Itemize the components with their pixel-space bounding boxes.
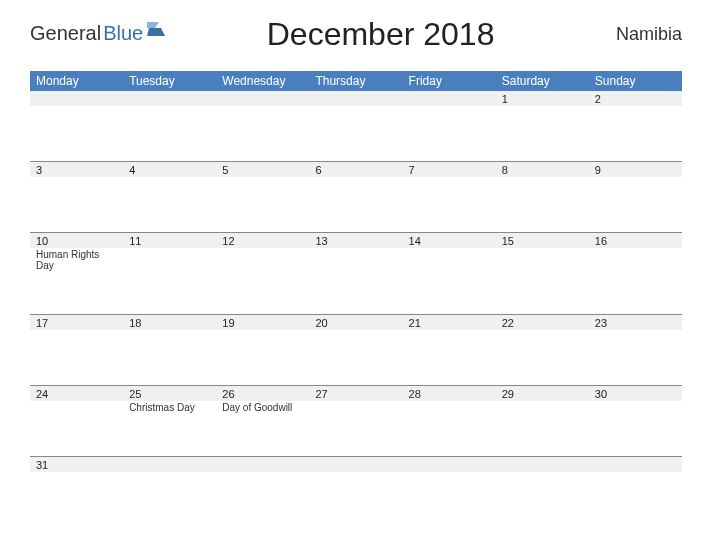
day-header: Tuesday — [123, 71, 216, 91]
day-event — [403, 177, 496, 189]
day-event — [123, 177, 216, 189]
day-event: Day of Goodwill — [216, 401, 309, 413]
day-header: Friday — [403, 71, 496, 91]
day-event — [216, 177, 309, 189]
day-cell: 31 — [30, 457, 123, 484]
day-number: 26 — [216, 386, 309, 401]
day-cell: 1 — [496, 91, 589, 118]
week-body — [30, 342, 682, 385]
day-cell — [589, 457, 682, 484]
day-number: 30 — [589, 386, 682, 401]
day-number — [216, 91, 309, 106]
day-cell: 8 — [496, 162, 589, 189]
day-number — [30, 91, 123, 106]
day-cell: 16 — [589, 233, 682, 271]
week-body — [30, 189, 682, 232]
day-number: 4 — [123, 162, 216, 177]
day-event — [403, 472, 496, 484]
day-number: 24 — [30, 386, 123, 401]
day-number: 15 — [496, 233, 589, 248]
logo: GeneralBlue — [30, 22, 169, 45]
day-number: 3 — [30, 162, 123, 177]
day-cell: 11 — [123, 233, 216, 271]
day-header: Wednesday — [216, 71, 309, 91]
day-cell — [123, 91, 216, 118]
day-event — [496, 330, 589, 342]
day-event — [123, 472, 216, 484]
day-cell: 9 — [589, 162, 682, 189]
day-cell: 13 — [309, 233, 402, 271]
week-body — [30, 484, 682, 527]
day-number — [123, 457, 216, 472]
day-cell — [309, 91, 402, 118]
day-event — [496, 177, 589, 189]
day-cell: 21 — [403, 315, 496, 342]
day-event — [589, 330, 682, 342]
day-event — [496, 472, 589, 484]
day-event — [216, 248, 309, 260]
week-row: 10Human Rights Day111213141516 — [30, 232, 682, 314]
day-number: 5 — [216, 162, 309, 177]
day-event — [496, 106, 589, 118]
page-title: December 2018 — [169, 16, 592, 53]
day-event — [216, 330, 309, 342]
day-event — [30, 330, 123, 342]
day-number: 23 — [589, 315, 682, 330]
day-number — [216, 457, 309, 472]
day-event — [123, 248, 216, 260]
day-event — [589, 106, 682, 118]
day-event — [589, 401, 682, 413]
day-event: Christmas Day — [123, 401, 216, 413]
day-cell — [309, 457, 402, 484]
day-event — [309, 248, 402, 260]
week-row: 12 — [30, 91, 682, 161]
day-cell — [216, 457, 309, 484]
day-event — [403, 401, 496, 413]
day-cell: 18 — [123, 315, 216, 342]
day-event — [403, 106, 496, 118]
week-num-band: 12 — [30, 91, 682, 118]
day-number: 19 — [216, 315, 309, 330]
day-number — [589, 457, 682, 472]
day-event — [30, 472, 123, 484]
day-cell: 4 — [123, 162, 216, 189]
day-event — [403, 330, 496, 342]
day-cell — [496, 457, 589, 484]
day-event — [123, 330, 216, 342]
week-body — [30, 118, 682, 161]
calendar: Monday Tuesday Wednesday Thursday Friday… — [30, 71, 682, 527]
day-cell: 19 — [216, 315, 309, 342]
day-cell: 30 — [589, 386, 682, 413]
day-number: 28 — [403, 386, 496, 401]
day-number: 7 — [403, 162, 496, 177]
day-event — [496, 401, 589, 413]
day-event — [589, 472, 682, 484]
day-number: 29 — [496, 386, 589, 401]
day-event — [403, 248, 496, 260]
logo-text-general: General — [30, 22, 101, 45]
week-num-band: 3456789 — [30, 161, 682, 189]
week-row: 3456789 — [30, 161, 682, 232]
day-event — [496, 248, 589, 260]
day-cell: 15 — [496, 233, 589, 271]
day-cell: 29 — [496, 386, 589, 413]
day-header: Saturday — [496, 71, 589, 91]
day-cell: 14 — [403, 233, 496, 271]
week-num-band: 2425Christmas Day26Day of Goodwill272829… — [30, 385, 682, 413]
day-event — [309, 401, 402, 413]
day-cell: 28 — [403, 386, 496, 413]
day-number: 21 — [403, 315, 496, 330]
day-number: 11 — [123, 233, 216, 248]
week-row: 31 — [30, 456, 682, 527]
day-event — [589, 177, 682, 189]
day-event: Human Rights Day — [30, 248, 123, 271]
day-number: 10 — [30, 233, 123, 248]
header: GeneralBlue December 2018 Namibia — [30, 20, 682, 53]
week-num-band: 31 — [30, 456, 682, 484]
day-number: 20 — [309, 315, 402, 330]
day-cell: 23 — [589, 315, 682, 342]
day-number — [496, 457, 589, 472]
day-number — [309, 457, 402, 472]
day-number: 27 — [309, 386, 402, 401]
day-cell: 2 — [589, 91, 682, 118]
